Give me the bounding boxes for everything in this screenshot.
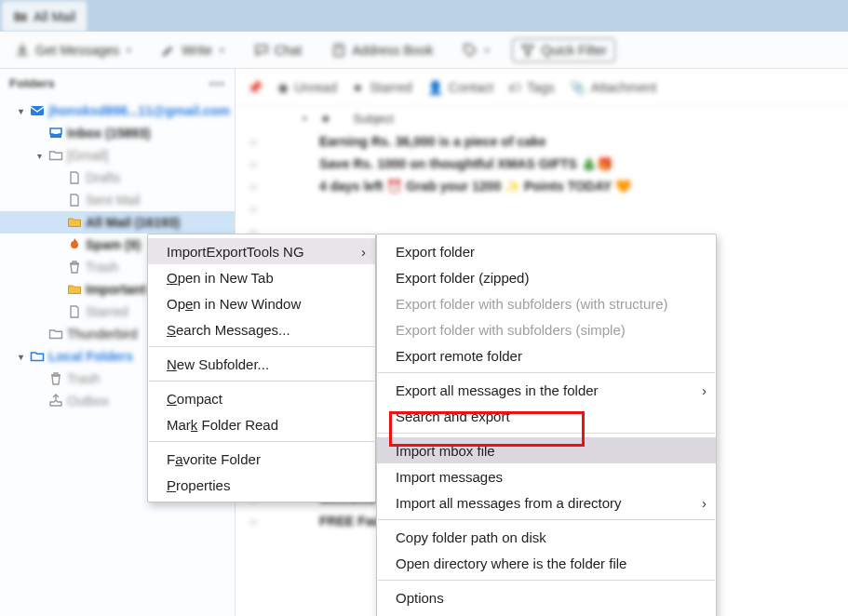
filter-tags[interactable]: 🏷 Tags: [508, 80, 555, 95]
tree-item[interactable]: Drafts: [0, 167, 235, 189]
menu-item[interactable]: Export all messages in the folder›: [377, 377, 716, 403]
menu-item[interactable]: Mark Folder Read: [148, 411, 375, 437]
tree-item-label: All Mail (16193): [86, 215, 180, 230]
message-row[interactable]: ○4 days left ⏰ Grab your 1200 ✨ Points T…: [247, 175, 848, 197]
tag-icon: [463, 43, 478, 58]
folder-blue-icon: [29, 348, 46, 365]
address-book-icon: [331, 43, 346, 58]
inbox-blue-icon: [47, 125, 64, 141]
menu-separator: [149, 346, 374, 347]
download-icon: [15, 43, 30, 58]
tab-label: All Mail: [34, 9, 75, 24]
filter-unread[interactable]: ◉ Unread: [277, 80, 337, 95]
tree-item-label: Inbox (15893): [67, 126, 150, 141]
filter-contact[interactable]: 👤 Contact: [427, 80, 493, 95]
svg-point-1: [338, 47, 341, 49]
chat-icon: [254, 43, 269, 58]
tree-item[interactable]: ▾[Gmail]: [0, 144, 235, 167]
menu-item-label: Open directory where is the folder file: [396, 556, 626, 571]
menu-item-label: Export folder (zipped): [396, 270, 529, 286]
file-gray-icon: [66, 303, 83, 320]
pencil-icon: [161, 43, 176, 58]
menu-item-label: Import messages: [396, 469, 503, 485]
menu-item[interactable]: ImportExportTools NG›: [148, 238, 375, 264]
menu-item[interactable]: Copy folder path on disk: [377, 524, 716, 550]
get-messages-button[interactable]: Get Messages ▾: [7, 39, 139, 61]
tree-item-label: Thunderbird: [67, 327, 138, 341]
caret-down-icon: ▾: [127, 46, 131, 55]
write-button[interactable]: Write ▾: [154, 39, 231, 61]
svg-rect-0: [334, 45, 343, 56]
tree-item-label: Spam (9): [86, 237, 141, 252]
menu-item[interactable]: Search and export: [377, 403, 716, 429]
menu-item[interactable]: Import messages: [377, 463, 716, 489]
twisty-icon[interactable]: ▾: [15, 106, 26, 116]
menu-separator: [378, 580, 715, 581]
menu-item[interactable]: Export remote folder: [377, 342, 716, 368]
menu-item[interactable]: Import mbox file: [377, 437, 716, 463]
thread-dot-icon: ○: [247, 514, 260, 529]
mail-acct-icon: [29, 102, 46, 119]
filter-starred[interactable]: ★ Starred: [352, 80, 412, 95]
quick-filter-button[interactable]: Quick Filter: [512, 38, 615, 62]
tab-all-mail[interactable]: All Mail: [2, 1, 87, 32]
menu-item[interactable]: Import all messages from a directory›: [377, 489, 716, 516]
menu-separator: [149, 381, 374, 382]
twisty-icon[interactable]: ▾: [34, 151, 45, 161]
svg-rect-3: [50, 134, 61, 138]
thread-dot-icon: ○: [247, 201, 260, 216]
main-toolbar: Get Messages ▾ Write ▾ Chat Address Book…: [0, 32, 848, 69]
kebab-icon[interactable]: •••: [209, 76, 225, 90]
menu-item-label: New Subfolder...: [167, 356, 269, 372]
menu-item[interactable]: Search Messages...: [148, 316, 375, 342]
menu-item[interactable]: Export folder (zipped): [377, 264, 716, 290]
thread-dot-icon: ○: [247, 179, 260, 194]
menu-item-label: Export folder with subfolders (simple): [396, 322, 626, 338]
menu-item[interactable]: Export folder: [377, 238, 716, 264]
menu-item-label: Properties: [167, 477, 230, 493]
filter-attachment[interactable]: 📎 Attachment: [570, 80, 657, 95]
menu-item: Export folder with subfolders (with stru…: [377, 290, 716, 316]
tree-item[interactable]: All Mail (16193): [0, 211, 235, 234]
tree-item-label: Starred: [86, 304, 128, 319]
menu-separator: [149, 441, 374, 442]
caret-down-icon: ▾: [220, 46, 224, 55]
menu-separator: [378, 372, 715, 373]
menu-item[interactable]: Compact: [148, 385, 375, 411]
menu-item: Export folder with subfolders (simple): [377, 316, 716, 342]
menu-item-label: Favorite Folder: [167, 451, 261, 467]
menu-item[interactable]: Favorite Folder: [148, 446, 375, 472]
menu-item[interactable]: Open in New Window: [148, 290, 375, 316]
file-gray-icon: [66, 169, 83, 186]
tree-item-label: Sent Mail: [86, 193, 140, 208]
funnel-icon: [520, 43, 535, 58]
trash-icon: [47, 370, 64, 387]
tree-item[interactable]: Inbox (15893): [0, 122, 235, 144]
address-book-button[interactable]: Address Book: [324, 39, 440, 61]
menu-item[interactable]: Open in New Tab: [148, 264, 375, 290]
menu-item[interactable]: New Subfolder...: [148, 351, 375, 377]
tree-item-label: jhonsksd898...11@gmail.com: [48, 103, 230, 118]
menu-item[interactable]: Help: [377, 610, 716, 616]
flame-icon: [66, 236, 83, 253]
tree-item-label: Outbox: [67, 394, 109, 408]
menu-item-label: Export folder: [396, 244, 475, 260]
pin-icon[interactable]: 📌: [247, 80, 262, 95]
twisty-icon[interactable]: ▾: [15, 352, 26, 362]
folder-pane-header: Folders •••: [0, 69, 235, 98]
message-row[interactable]: ○: [247, 197, 848, 220]
outbox-icon: [47, 393, 64, 409]
tree-item[interactable]: Sent Mail: [0, 189, 235, 211]
tag-button[interactable]: ▾: [455, 39, 497, 61]
chat-button[interactable]: Chat: [247, 39, 310, 61]
message-row[interactable]: ○Save Rs. 1000 on thoughtful XMAS GIFTS …: [247, 153, 848, 175]
menu-item[interactable]: Options: [377, 584, 716, 610]
column-header[interactable]: •★ Subject: [236, 106, 848, 130]
menu-separator: [378, 519, 715, 520]
tree-item[interactable]: ▾jhonsksd898...11@gmail.com: [0, 100, 235, 122]
message-subject: Save Rs. 1000 on thoughtful XMAS GIFTS 🎄…: [319, 156, 612, 171]
menu-item[interactable]: Open directory where is the folder file: [377, 550, 716, 576]
message-row[interactable]: ○Earning Rs. 36,000 is a piece of cake: [247, 130, 848, 153]
menu-item[interactable]: Properties: [148, 472, 375, 498]
folder-gray-icon: [47, 326, 64, 342]
